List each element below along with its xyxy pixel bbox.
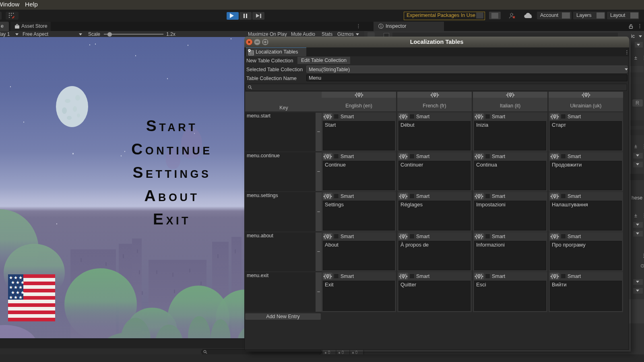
svg-text:★: ★ [16,290,20,295]
svg-text:★: ★ [11,280,15,285]
svg-text:★: ★ [21,290,25,295]
svg-text:★: ★ [11,290,15,295]
svg-text:★: ★ [21,280,25,285]
svg-text:★: ★ [14,275,18,280]
svg-text:★: ★ [19,285,23,290]
svg-text:★: ★ [19,295,23,300]
svg-text:★: ★ [16,280,20,285]
svg-text:★: ★ [14,295,18,300]
svg-text:★: ★ [14,285,18,290]
svg-text:★: ★ [9,285,13,290]
svg-text:★: ★ [9,275,13,280]
svg-text:★: ★ [9,295,13,300]
svg-text:★: ★ [19,275,23,280]
